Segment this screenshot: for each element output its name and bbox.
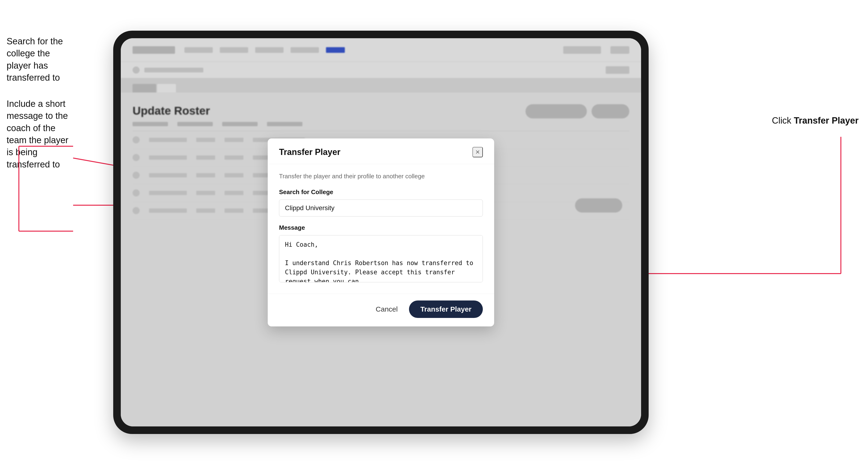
modal-header: Transfer Player ×	[268, 138, 494, 164]
right-annotation-bold: Transfer Player	[794, 116, 859, 125]
message-label: Message	[279, 224, 483, 231]
transfer-player-button[interactable]: Transfer Player	[409, 301, 483, 318]
tablet-frame: Update Roster	[113, 31, 649, 434]
annotation-search: Search for the college the player has tr…	[7, 35, 73, 84]
cancel-button[interactable]: Cancel	[370, 302, 403, 317]
modal-title: Transfer Player	[279, 147, 340, 157]
modal-overlay: Transfer Player × Transfer the player an…	[121, 38, 641, 427]
modal-body: Transfer the player and their profile to…	[268, 164, 494, 294]
left-annotations: Search for the college the player has tr…	[7, 35, 73, 185]
transfer-player-modal: Transfer Player × Transfer the player an…	[268, 138, 494, 326]
annotation-message: Include a short message to the coach of …	[7, 98, 73, 170]
college-search-input[interactable]	[279, 199, 483, 217]
modal-subtitle: Transfer the player and their profile to…	[279, 173, 483, 180]
right-annotation-prefix: Click	[772, 116, 794, 125]
right-annotation: Click Transfer Player	[772, 116, 859, 126]
search-label: Search for College	[279, 188, 483, 196]
tablet-screen: Update Roster	[121, 38, 641, 427]
modal-footer: Cancel Transfer Player	[268, 294, 494, 326]
message-textarea[interactable]: Hi Coach, I understand Chris Robertson h…	[279, 235, 483, 282]
modal-close-button[interactable]: ×	[472, 147, 483, 157]
